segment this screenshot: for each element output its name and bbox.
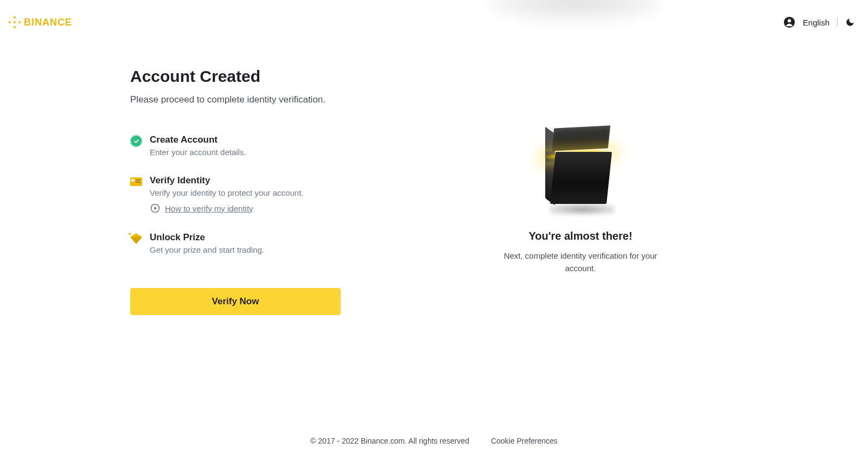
step-verify-title: Verify Identity — [150, 175, 391, 186]
promo-desc: Next, complete identity verification for… — [499, 250, 662, 274]
play-circle-icon — [150, 203, 161, 214]
cookie-preferences-link[interactable]: Cookie Preferences — [491, 437, 558, 445]
id-card-icon — [130, 176, 142, 188]
svg-point-6 — [788, 19, 791, 22]
step-create-desc: Enter your account details. — [150, 148, 391, 157]
svg-marker-8 — [154, 207, 157, 210]
footer-copyright: © 2017 - 2022 Binance.com. All rights re… — [310, 437, 469, 445]
page-subtitle: Please proceed to complete identity veri… — [130, 94, 391, 105]
step-verify-desc: Verify your identity to protect your acc… — [150, 188, 391, 197]
mystery-box-illustration — [540, 127, 621, 214]
binance-icon — [9, 16, 21, 28]
right-column: You're almost there! Next, complete iden… — [467, 67, 694, 315]
check-complete-icon — [130, 135, 142, 147]
brand-name: BINANCE — [24, 17, 72, 28]
svg-rect-3 — [18, 21, 21, 23]
header-right: English — [783, 16, 855, 28]
language-switch[interactable]: English — [803, 18, 829, 27]
how-to-verify-link[interactable]: How to verify my identity — [165, 204, 253, 213]
divider — [837, 18, 838, 27]
footer: © 2017 - 2022 Binance.com. All rights re… — [0, 437, 868, 445]
svg-rect-0 — [13, 16, 16, 18]
step-unlock-prize: ✦ Unlock Prize Get your prize and start … — [130, 232, 391, 254]
diamond-prize-icon: ✦ — [130, 233, 142, 245]
svg-rect-2 — [9, 21, 11, 23]
brand-logo[interactable]: BINANCE — [9, 16, 72, 28]
header: BINANCE English — [0, 0, 868, 35]
step-unlock-desc: Get your prize and start trading. — [150, 245, 391, 254]
step-unlock-title: Unlock Prize — [150, 232, 391, 243]
page-title: Account Created — [130, 67, 391, 86]
main-content: Account Created Please proceed to comple… — [130, 35, 738, 315]
step-create-title: Create Account — [150, 134, 391, 145]
svg-rect-1 — [13, 26, 16, 28]
left-column: Account Created Please proceed to comple… — [130, 67, 391, 315]
step-create-account: Create Account Enter your account detail… — [130, 134, 391, 157]
theme-toggle-icon[interactable] — [845, 17, 855, 27]
user-icon[interactable] — [783, 16, 795, 28]
svg-rect-4 — [13, 21, 16, 23]
step-verify-identity: Verify Identity Verify your identity to … — [130, 175, 391, 214]
promo-title: You're almost there! — [467, 230, 694, 242]
verify-now-button[interactable]: Verify Now — [130, 288, 341, 315]
